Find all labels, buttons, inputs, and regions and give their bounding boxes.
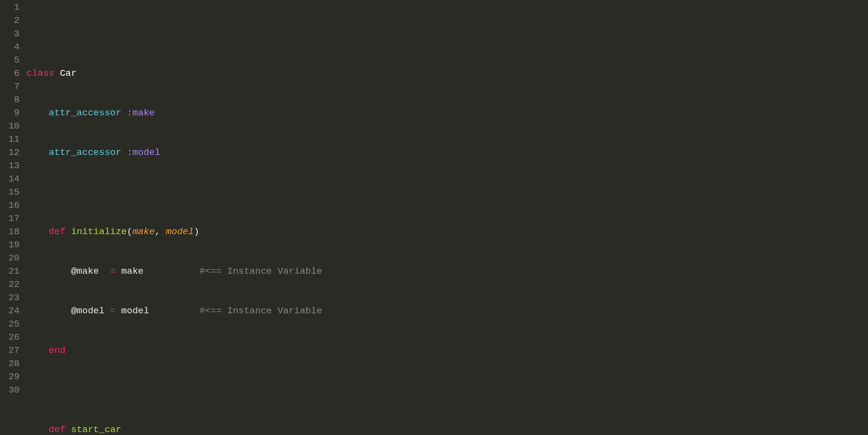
code-editor[interactable]: 1234567891011121314151617181920212223242… <box>0 0 868 435</box>
code-line[interactable] <box>26 384 868 397</box>
code-line[interactable]: def start_car <box>26 423 868 435</box>
code-line[interactable]: def initialize(make, model) <box>26 225 868 239</box>
code-line[interactable]: class Car <box>26 67 868 80</box>
line-number: 17 <box>0 212 20 225</box>
line-number: 21 <box>0 265 20 278</box>
code-line[interactable]: @model = model #<== Instance Variable <box>26 304 868 318</box>
keyword-def: def <box>49 424 66 435</box>
code-line[interactable] <box>26 27 868 41</box>
line-number: 8 <box>0 93 20 107</box>
line-number: 15 <box>0 186 20 199</box>
line-number: 23 <box>0 291 20 304</box>
line-number: 16 <box>0 199 20 212</box>
code-line[interactable]: @make = make #<== Instance Variable <box>26 265 868 278</box>
line-number: 13 <box>0 159 20 173</box>
code-line[interactable]: end <box>26 344 868 357</box>
line-number: 27 <box>0 344 20 357</box>
local-var: model <box>121 305 149 316</box>
method-name: initialize <box>71 226 127 237</box>
line-number: 18 <box>0 225 20 239</box>
local-var: make <box>121 266 144 277</box>
line-number: 3 <box>0 27 20 41</box>
code-line[interactable]: attr_accessor :model <box>26 146 868 159</box>
keyword-class: class <box>26 68 54 79</box>
line-number: 9 <box>0 107 20 120</box>
line-number: 10 <box>0 120 20 133</box>
operator: = <box>110 305 115 316</box>
line-number: 24 <box>0 304 20 318</box>
comment: #<== Instance Variable <box>200 305 322 316</box>
line-number: 28 <box>0 357 20 370</box>
ivar: @make <box>71 266 99 277</box>
keyword-end: end <box>49 345 66 356</box>
operator: = <box>110 266 115 277</box>
line-number: 4 <box>0 41 20 54</box>
line-number: 30 <box>0 384 20 397</box>
line-number: 12 <box>0 146 20 159</box>
class-name: Car <box>60 68 76 79</box>
line-number: 29 <box>0 370 20 384</box>
line-number: 11 <box>0 133 20 146</box>
paren: ( <box>127 226 132 237</box>
attr-accessor: attr_accessor <box>49 147 121 158</box>
line-number: 22 <box>0 278 20 291</box>
ivar: @model <box>71 305 104 316</box>
line-number-gutter: 1234567891011121314151617181920212223242… <box>0 0 26 435</box>
comma: , <box>155 226 160 237</box>
symbol: :model <box>127 147 160 158</box>
line-number: 19 <box>0 239 20 252</box>
line-number: 7 <box>0 80 20 93</box>
code-area[interactable]: class Car attr_accessor :make attr_acces… <box>26 0 868 435</box>
code-line[interactable]: attr_accessor :make <box>26 107 868 120</box>
symbol: :make <box>127 108 155 118</box>
line-number: 2 <box>0 14 20 27</box>
line-number: 1 <box>0 1 20 14</box>
line-number: 6 <box>0 67 20 80</box>
line-number: 20 <box>0 252 20 265</box>
parameter: model <box>166 226 194 237</box>
method-name: start_car <box>71 424 121 435</box>
keyword-def: def <box>49 226 66 237</box>
line-number: 5 <box>0 54 20 67</box>
code-line[interactable] <box>26 186 868 199</box>
line-number: 25 <box>0 318 20 331</box>
attr-accessor: attr_accessor <box>49 108 121 118</box>
comment: #<== Instance Variable <box>200 266 322 277</box>
line-number: 26 <box>0 331 20 344</box>
paren: ) <box>194 226 199 237</box>
line-number: 14 <box>0 173 20 186</box>
parameter: make <box>133 226 155 237</box>
